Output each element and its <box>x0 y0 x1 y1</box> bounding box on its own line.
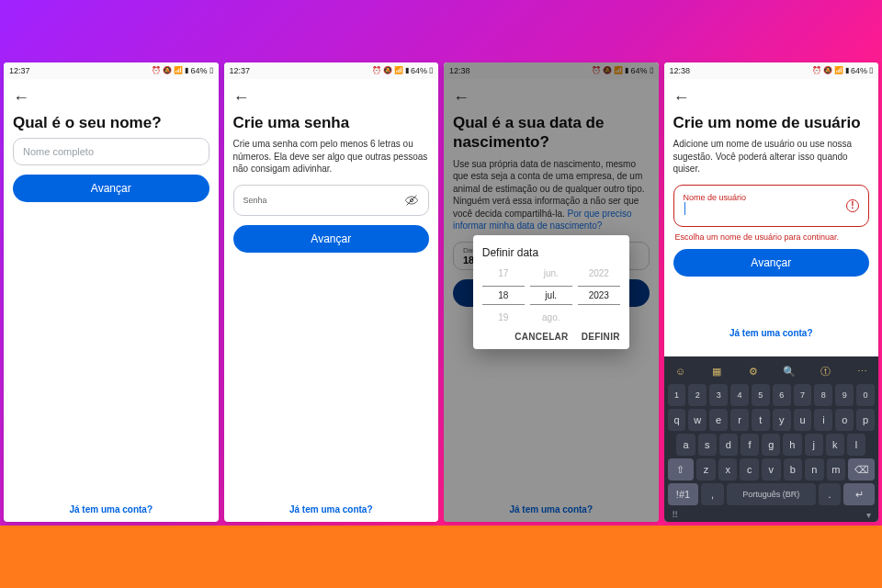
emoji-icon[interactable]: ☺ <box>672 362 690 380</box>
key-u[interactable]: u <box>794 409 812 431</box>
mute-icon: 🔕 <box>823 67 832 74</box>
key-0[interactable]: 0 <box>856 384 875 406</box>
battery-icon: ▯ <box>869 67 873 74</box>
key-m[interactable]: m <box>827 458 846 481</box>
search-icon[interactable]: 🔍 <box>780 362 798 380</box>
key-comma[interactable]: , <box>701 483 723 505</box>
key-9[interactable]: 9 <box>835 384 854 406</box>
month-next[interactable]: ago. <box>542 312 560 322</box>
kb-down-icon[interactable]: ▾ <box>866 510 871 520</box>
page-title: Crie uma senha <box>233 113 430 132</box>
day-column[interactable]: 17 18 19 <box>482 268 525 322</box>
settings-icon[interactable]: ⚙ <box>744 362 763 380</box>
more-icon[interactable]: ⋯ <box>853 362 871 380</box>
key-2[interactable]: 2 <box>688 384 707 406</box>
key-z[interactable]: z <box>696 458 716 481</box>
already-link[interactable]: Já tem uma conta? <box>664 328 879 338</box>
key-d[interactable]: d <box>719 434 738 456</box>
month-prev[interactable]: jun. <box>544 268 559 278</box>
key-space[interactable]: Português (BR) <box>727 483 816 505</box>
already-link[interactable]: Já tem uma conta? <box>4 504 219 514</box>
status-time: 12:37 <box>230 66 251 75</box>
key-r[interactable]: r <box>730 409 749 431</box>
key-k[interactable]: k <box>826 434 844 456</box>
kb-row-1: q w e r t y u i o p <box>668 409 876 431</box>
advance-button[interactable]: Avançar <box>233 225 430 253</box>
signal-icon: ▮ <box>845 67 849 74</box>
gif-icon[interactable]: ▦ <box>707 362 726 380</box>
status-bar: 12:37 ⏰ 🔕 📶 ▮ 64% ▯ <box>4 62 219 79</box>
mute-icon: 🔕 <box>383 67 392 74</box>
key-b[interactable]: b <box>784 458 803 481</box>
eye-off-icon[interactable] <box>404 193 419 208</box>
key-v[interactable]: v <box>762 458 781 481</box>
key-g[interactable]: g <box>762 434 780 456</box>
status-time: 12:38 <box>670 66 691 75</box>
password-input[interactable]: Senha <box>233 185 430 216</box>
key-p[interactable]: p <box>856 409 875 431</box>
key-a[interactable]: a <box>676 434 695 456</box>
year-column[interactable]: 2022 2023 <box>578 268 620 322</box>
error-icon: ! <box>846 199 859 212</box>
year-prev[interactable]: 2022 <box>589 268 609 278</box>
advance-button[interactable]: Avançar <box>13 175 209 202</box>
key-7[interactable]: 7 <box>794 384 812 406</box>
kb-row-4: !#1 , Português (BR) . ↵ <box>668 483 876 505</box>
key-w[interactable]: w <box>688 409 707 431</box>
key-x[interactable]: x <box>718 458 738 481</box>
key-l[interactable]: l <box>847 434 865 456</box>
key-4[interactable]: 4 <box>730 384 749 406</box>
day-selected[interactable]: 18 <box>482 286 525 305</box>
kb-row-2: a s d f g h j k l <box>668 434 876 456</box>
back-button[interactable]: ← <box>13 88 209 107</box>
status-right: ⏰ 🔕 📶 ▮ 64% ▯ <box>152 66 212 75</box>
day-next[interactable]: 19 <box>498 312 508 322</box>
key-1[interactable]: 1 <box>668 384 686 406</box>
key-8[interactable]: 8 <box>814 384 832 406</box>
key-h[interactable]: h <box>783 434 801 456</box>
key-c[interactable]: c <box>740 458 759 481</box>
key-backspace[interactable]: ⌫ <box>848 458 875 481</box>
year-selected[interactable]: 2023 <box>578 286 620 305</box>
key-enter[interactable]: ↵ <box>843 483 875 505</box>
month-selected[interactable]: jul. <box>530 286 572 305</box>
key-shift[interactable]: ⇧ <box>668 458 695 481</box>
keyboard[interactable]: ☺ ▦ ⚙ 🔍 ⓣ ⋯ 1 2 3 4 5 6 7 8 9 0 <box>664 356 879 522</box>
signal-icon: ▮ <box>405 67 409 74</box>
username-input[interactable]: Nome de usuário ! <box>673 185 870 227</box>
phones-row: 12:37 ⏰ 🔕 📶 ▮ 64% ▯ ← Qual é o seu nome?… <box>4 62 878 522</box>
key-symbols[interactable]: !#1 <box>668 483 699 505</box>
cancel-button[interactable]: CANCELAR <box>514 332 569 342</box>
day-prev[interactable]: 17 <box>498 268 508 278</box>
wifi-icon: 📶 <box>394 67 403 74</box>
key-n[interactable]: n <box>805 458 824 481</box>
key-q[interactable]: q <box>668 409 686 431</box>
month-column[interactable]: jun. jul. ago. <box>530 268 572 322</box>
kb-grid-icon[interactable]: ⠿ <box>672 510 678 520</box>
advance-button[interactable]: Avançar <box>673 249 870 277</box>
key-o[interactable]: o <box>835 409 854 431</box>
key-t[interactable]: t <box>752 409 770 431</box>
key-5[interactable]: 5 <box>752 384 770 406</box>
key-j[interactable]: j <box>805 434 823 456</box>
key-i[interactable]: i <box>814 409 832 431</box>
key-y[interactable]: y <box>773 409 791 431</box>
key-dot[interactable]: . <box>819 483 841 505</box>
translate-icon[interactable]: ⓣ <box>817 362 835 380</box>
key-3[interactable]: 3 <box>709 384 728 406</box>
key-e[interactable]: e <box>709 409 728 431</box>
back-button[interactable]: ← <box>233 88 430 107</box>
date-picker[interactable]: 17 18 19 jun. jul. ago. 2022 2023 <box>482 268 620 322</box>
set-button[interactable]: DEFINIR <box>582 332 620 342</box>
key-s[interactable]: s <box>698 434 717 456</box>
back-button[interactable]: ← <box>673 88 870 107</box>
key-6[interactable]: 6 <box>773 384 791 406</box>
status-time: 12:37 <box>9 66 30 75</box>
already-link[interactable]: Já tem uma conta? <box>224 504 439 514</box>
password-label: Senha <box>243 196 267 205</box>
key-f[interactable]: f <box>741 434 759 456</box>
wifi-icon: 📶 <box>174 67 183 74</box>
fullname-input[interactable]: Nome completo <box>13 138 209 165</box>
date-picker-dialog: Definir data 17 18 19 jun. jul. ago. 202… <box>473 235 629 349</box>
status-right: ⏰ 🔕 📶 ▮ 64% ▯ <box>372 66 433 75</box>
